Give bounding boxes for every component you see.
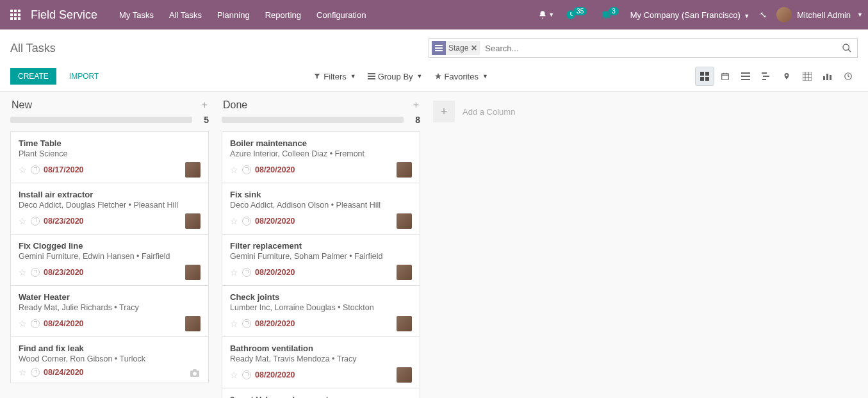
- activity-clock-icon[interactable]: [242, 217, 251, 226]
- task-card[interactable]: 3-port Valve replacementThe Jackson Grou…: [222, 388, 420, 398]
- task-date: 08/24/2020: [44, 368, 84, 377]
- activity-clock-icon[interactable]: [242, 319, 251, 328]
- task-date: 08/20/2020: [255, 370, 295, 379]
- task-card[interactable]: Filter replacementGemini Furniture, Soha…: [222, 234, 420, 286]
- nav-planning[interactable]: Planning: [211, 6, 256, 24]
- svg-rect-26: [741, 72, 750, 74]
- timer-icon[interactable]: 35: [563, 7, 592, 22]
- search-input[interactable]: [482, 41, 839, 56]
- nav-menu: My Tasks All Tasks Planning Reporting Co…: [113, 6, 372, 24]
- nav-configuration[interactable]: Configuration: [310, 6, 372, 24]
- activity-clock-icon[interactable]: [242, 370, 251, 379]
- svg-line-14: [848, 49, 851, 52]
- kanban-view-button[interactable]: [695, 67, 714, 86]
- task-card[interactable]: Bathroom ventilationReady Mat, Travis Me…: [222, 336, 420, 388]
- activity-clock-icon[interactable]: [31, 165, 40, 174]
- task-subtitle: Lumber Inc, Lorraine Douglas • Stockton: [230, 303, 412, 312]
- svg-rect-18: [700, 72, 704, 76]
- svg-rect-8: [18, 17, 20, 20]
- activity-clock-icon[interactable]: [31, 319, 40, 328]
- assignee-avatar: [397, 213, 412, 229]
- search-facet-stage: Stage ✕: [432, 41, 480, 55]
- svg-rect-16: [368, 76, 375, 77]
- task-card[interactable]: Fix sinkDeco Addict, Addison Olson • Ple…: [222, 183, 420, 235]
- assignee-avatar: [397, 316, 412, 331]
- svg-rect-0: [10, 10, 13, 12]
- priority-star-icon[interactable]: ☆: [19, 216, 27, 226]
- priority-star-icon[interactable]: ☆: [19, 165, 27, 175]
- add-column-label[interactable]: Add a Column: [463, 107, 515, 117]
- search-bar[interactable]: Stage ✕: [429, 38, 858, 58]
- create-button[interactable]: CREATE: [10, 68, 56, 85]
- column-progress[interactable]: [10, 117, 192, 123]
- apps-icon[interactable]: [5, 10, 26, 20]
- nav-all-tasks[interactable]: All Tasks: [163, 6, 208, 24]
- gantt-view-button[interactable]: [757, 67, 776, 86]
- nav-reporting[interactable]: Reporting: [259, 6, 307, 24]
- task-title: Water Heater: [19, 292, 201, 302]
- priority-star-icon[interactable]: ☆: [230, 216, 238, 226]
- column-add-icon[interactable]: +: [202, 99, 208, 111]
- priority-star-icon[interactable]: ☆: [230, 370, 238, 380]
- user-menu[interactable]: Mitchell Admin ▼: [776, 7, 863, 22]
- task-date: 08/20/2020: [255, 319, 295, 328]
- priority-star-icon[interactable]: ☆: [19, 267, 27, 278]
- favorites-button[interactable]: Favorites▼: [434, 72, 488, 81]
- graph-view-button[interactable]: [818, 67, 837, 86]
- column-add-icon[interactable]: +: [413, 99, 419, 111]
- company-switcher[interactable]: My Company (San Francisco) ▼: [630, 10, 750, 20]
- priority-star-icon[interactable]: ☆: [19, 319, 27, 329]
- svg-rect-32: [803, 72, 812, 81]
- calendar-view-button[interactable]: [716, 67, 735, 86]
- column-title[interactable]: Done: [223, 99, 247, 111]
- column-progress[interactable]: [222, 117, 404, 123]
- notifications-icon[interactable]: ▼: [536, 8, 557, 22]
- activity-view-button[interactable]: [839, 67, 858, 86]
- svg-rect-30: [763, 76, 769, 77]
- add-column-button[interactable]: +: [433, 101, 455, 122]
- map-view-button[interactable]: [777, 67, 796, 86]
- search-icon[interactable]: [839, 43, 855, 53]
- facet-remove[interactable]: ✕: [468, 44, 480, 53]
- svg-rect-12: [435, 50, 443, 51]
- task-card[interactable]: Install air extractorDeco Addict, Dougla…: [10, 183, 209, 235]
- task-title: Fix Clogged line: [19, 241, 201, 251]
- brand[interactable]: Field Service: [26, 8, 113, 22]
- pivot-view-button[interactable]: [798, 67, 817, 86]
- filters-button[interactable]: Filters▼: [313, 72, 356, 81]
- task-card[interactable]: Water HeaterReady Mat, Julie Richards • …: [10, 285, 209, 337]
- debug-icon[interactable]: [756, 8, 770, 22]
- page-title: All Tasks: [10, 42, 56, 55]
- activity-clock-icon[interactable]: [31, 268, 40, 277]
- card-list: Time TablePlant Science☆08/17/2020Instal…: [10, 131, 209, 383]
- task-card[interactable]: Check jointsLumber Inc, Lorraine Douglas…: [222, 285, 420, 337]
- task-card[interactable]: Boiler maintenanceAzure Interior, Collee…: [222, 131, 420, 183]
- priority-star-icon[interactable]: ☆: [19, 367, 27, 377]
- import-button[interactable]: IMPORT: [61, 68, 106, 85]
- svg-rect-28: [741, 79, 750, 80]
- svg-point-13: [843, 44, 849, 50]
- activity-clock-icon[interactable]: [31, 368, 40, 377]
- task-title: Fix sink: [230, 190, 412, 199]
- activity-clock-icon[interactable]: [31, 217, 40, 226]
- list-view-button[interactable]: [736, 67, 755, 86]
- discuss-icon[interactable]: 3: [598, 7, 624, 22]
- facet-label: Stage: [448, 44, 468, 53]
- priority-star-icon[interactable]: ☆: [230, 319, 238, 329]
- nav-my-tasks[interactable]: My Tasks: [113, 6, 160, 24]
- column-title[interactable]: New: [12, 99, 32, 111]
- svg-rect-1: [14, 10, 17, 12]
- task-subtitle: Plant Science: [19, 149, 201, 158]
- task-title: Check joints: [230, 292, 412, 302]
- activity-clock-icon[interactable]: [242, 268, 251, 277]
- priority-star-icon[interactable]: ☆: [230, 165, 238, 175]
- group-by-button[interactable]: Group By▼: [368, 72, 423, 81]
- activity-clock-icon[interactable]: [242, 165, 251, 174]
- task-card[interactable]: Fix Clogged lineGemini Furniture, Edwin …: [10, 234, 209, 286]
- priority-star-icon[interactable]: ☆: [230, 267, 238, 278]
- task-card[interactable]: Time TablePlant Science☆08/17/2020: [10, 131, 209, 183]
- task-card[interactable]: Find and fix leakWood Corner, Ron Gibson…: [10, 336, 209, 383]
- view-switcher: [695, 67, 858, 86]
- task-date: 08/24/2020: [44, 319, 84, 328]
- assignee-avatar: [185, 213, 201, 229]
